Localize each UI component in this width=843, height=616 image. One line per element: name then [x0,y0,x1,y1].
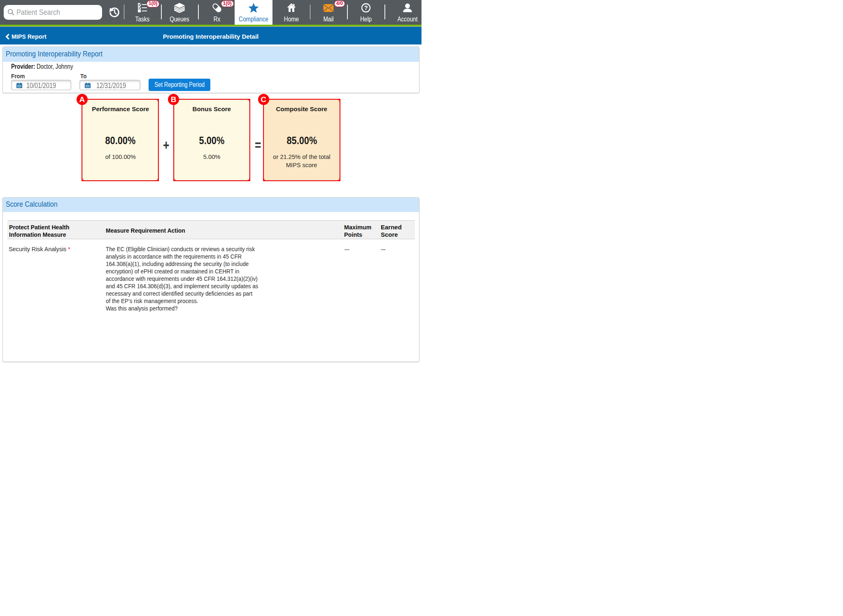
svg-text:?: ? [364,4,368,11]
